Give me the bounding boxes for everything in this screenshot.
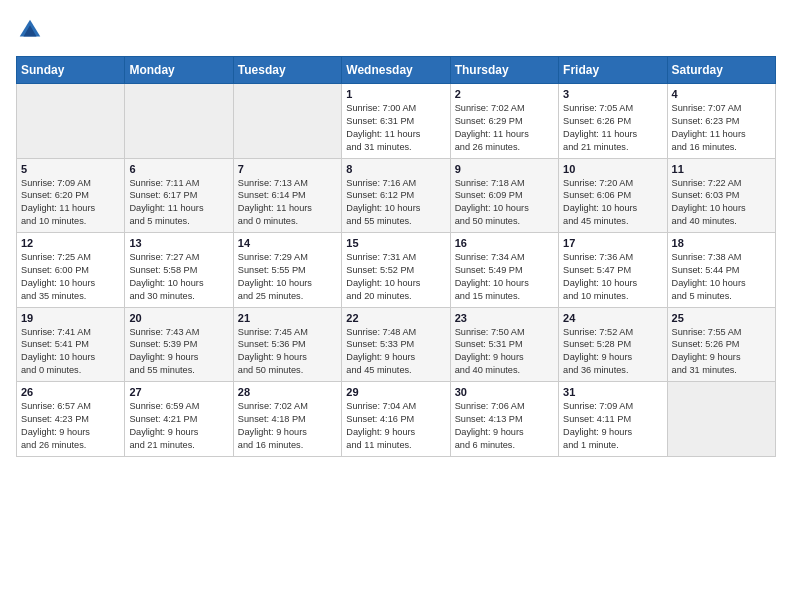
weekday-header-sunday: Sunday: [17, 57, 125, 84]
calendar-cell: 12Sunrise: 7:25 AM Sunset: 6:00 PM Dayli…: [17, 233, 125, 308]
calendar-cell: 15Sunrise: 7:31 AM Sunset: 5:52 PM Dayli…: [342, 233, 450, 308]
calendar-cell: 21Sunrise: 7:45 AM Sunset: 5:36 PM Dayli…: [233, 307, 341, 382]
day-number: 8: [346, 163, 445, 175]
day-info: Sunrise: 7:09 AM Sunset: 4:11 PM Dayligh…: [563, 400, 662, 452]
day-number: 14: [238, 237, 337, 249]
day-number: 10: [563, 163, 662, 175]
day-number: 19: [21, 312, 120, 324]
calendar-cell: 31Sunrise: 7:09 AM Sunset: 4:11 PM Dayli…: [559, 382, 667, 457]
day-info: Sunrise: 7:16 AM Sunset: 6:12 PM Dayligh…: [346, 177, 445, 229]
day-info: Sunrise: 7:13 AM Sunset: 6:14 PM Dayligh…: [238, 177, 337, 229]
calendar-cell: 1Sunrise: 7:00 AM Sunset: 6:31 PM Daylig…: [342, 84, 450, 159]
calendar-cell: 29Sunrise: 7:04 AM Sunset: 4:16 PM Dayli…: [342, 382, 450, 457]
day-number: 22: [346, 312, 445, 324]
day-info: Sunrise: 7:20 AM Sunset: 6:06 PM Dayligh…: [563, 177, 662, 229]
calendar-cell: 20Sunrise: 7:43 AM Sunset: 5:39 PM Dayli…: [125, 307, 233, 382]
calendar-cell: 7Sunrise: 7:13 AM Sunset: 6:14 PM Daylig…: [233, 158, 341, 233]
day-info: Sunrise: 7:55 AM Sunset: 5:26 PM Dayligh…: [672, 326, 771, 378]
day-number: 3: [563, 88, 662, 100]
day-info: Sunrise: 7:05 AM Sunset: 6:26 PM Dayligh…: [563, 102, 662, 154]
day-number: 28: [238, 386, 337, 398]
calendar-cell: 4Sunrise: 7:07 AM Sunset: 6:23 PM Daylig…: [667, 84, 775, 159]
calendar-week-1: 1Sunrise: 7:00 AM Sunset: 6:31 PM Daylig…: [17, 84, 776, 159]
calendar-cell: 28Sunrise: 7:02 AM Sunset: 4:18 PM Dayli…: [233, 382, 341, 457]
day-number: 20: [129, 312, 228, 324]
day-info: Sunrise: 7:25 AM Sunset: 6:00 PM Dayligh…: [21, 251, 120, 303]
day-info: Sunrise: 6:57 AM Sunset: 4:23 PM Dayligh…: [21, 400, 120, 452]
calendar-cell: 25Sunrise: 7:55 AM Sunset: 5:26 PM Dayli…: [667, 307, 775, 382]
day-number: 30: [455, 386, 554, 398]
calendar-week-2: 5Sunrise: 7:09 AM Sunset: 6:20 PM Daylig…: [17, 158, 776, 233]
calendar-cell: 19Sunrise: 7:41 AM Sunset: 5:41 PM Dayli…: [17, 307, 125, 382]
calendar-cell: 26Sunrise: 6:57 AM Sunset: 4:23 PM Dayli…: [17, 382, 125, 457]
calendar-cell: 22Sunrise: 7:48 AM Sunset: 5:33 PM Dayli…: [342, 307, 450, 382]
calendar-body: 1Sunrise: 7:00 AM Sunset: 6:31 PM Daylig…: [17, 84, 776, 457]
calendar-table: SundayMondayTuesdayWednesdayThursdayFrid…: [16, 56, 776, 457]
calendar-cell: 9Sunrise: 7:18 AM Sunset: 6:09 PM Daylig…: [450, 158, 558, 233]
calendar-cell: [17, 84, 125, 159]
weekday-header-thursday: Thursday: [450, 57, 558, 84]
calendar-cell: [667, 382, 775, 457]
day-info: Sunrise: 7:52 AM Sunset: 5:28 PM Dayligh…: [563, 326, 662, 378]
day-info: Sunrise: 7:04 AM Sunset: 4:16 PM Dayligh…: [346, 400, 445, 452]
calendar-cell: 23Sunrise: 7:50 AM Sunset: 5:31 PM Dayli…: [450, 307, 558, 382]
weekday-header-saturday: Saturday: [667, 57, 775, 84]
day-number: 24: [563, 312, 662, 324]
day-info: Sunrise: 7:00 AM Sunset: 6:31 PM Dayligh…: [346, 102, 445, 154]
day-number: 7: [238, 163, 337, 175]
calendar-cell: [233, 84, 341, 159]
calendar-cell: 3Sunrise: 7:05 AM Sunset: 6:26 PM Daylig…: [559, 84, 667, 159]
calendar-header: SundayMondayTuesdayWednesdayThursdayFrid…: [17, 57, 776, 84]
day-number: 27: [129, 386, 228, 398]
day-number: 31: [563, 386, 662, 398]
logo-icon: [16, 16, 44, 44]
day-info: Sunrise: 7:11 AM Sunset: 6:17 PM Dayligh…: [129, 177, 228, 229]
weekday-header-tuesday: Tuesday: [233, 57, 341, 84]
day-number: 17: [563, 237, 662, 249]
day-number: 12: [21, 237, 120, 249]
weekday-header-wednesday: Wednesday: [342, 57, 450, 84]
day-number: 23: [455, 312, 554, 324]
day-info: Sunrise: 7:38 AM Sunset: 5:44 PM Dayligh…: [672, 251, 771, 303]
day-info: Sunrise: 7:48 AM Sunset: 5:33 PM Dayligh…: [346, 326, 445, 378]
day-number: 13: [129, 237, 228, 249]
calendar-cell: 13Sunrise: 7:27 AM Sunset: 5:58 PM Dayli…: [125, 233, 233, 308]
day-number: 4: [672, 88, 771, 100]
calendar-cell: 11Sunrise: 7:22 AM Sunset: 6:03 PM Dayli…: [667, 158, 775, 233]
day-number: 5: [21, 163, 120, 175]
day-info: Sunrise: 7:07 AM Sunset: 6:23 PM Dayligh…: [672, 102, 771, 154]
calendar-week-5: 26Sunrise: 6:57 AM Sunset: 4:23 PM Dayli…: [17, 382, 776, 457]
calendar-cell: 14Sunrise: 7:29 AM Sunset: 5:55 PM Dayli…: [233, 233, 341, 308]
calendar-cell: 16Sunrise: 7:34 AM Sunset: 5:49 PM Dayli…: [450, 233, 558, 308]
weekday-header-monday: Monday: [125, 57, 233, 84]
day-info: Sunrise: 7:34 AM Sunset: 5:49 PM Dayligh…: [455, 251, 554, 303]
day-number: 11: [672, 163, 771, 175]
day-info: Sunrise: 7:02 AM Sunset: 6:29 PM Dayligh…: [455, 102, 554, 154]
calendar-cell: 6Sunrise: 7:11 AM Sunset: 6:17 PM Daylig…: [125, 158, 233, 233]
logo: [16, 16, 48, 44]
day-number: 18: [672, 237, 771, 249]
calendar-cell: 17Sunrise: 7:36 AM Sunset: 5:47 PM Dayli…: [559, 233, 667, 308]
calendar-cell: 18Sunrise: 7:38 AM Sunset: 5:44 PM Dayli…: [667, 233, 775, 308]
calendar-cell: 24Sunrise: 7:52 AM Sunset: 5:28 PM Dayli…: [559, 307, 667, 382]
day-info: Sunrise: 7:31 AM Sunset: 5:52 PM Dayligh…: [346, 251, 445, 303]
day-info: Sunrise: 7:02 AM Sunset: 4:18 PM Dayligh…: [238, 400, 337, 452]
day-info: Sunrise: 7:27 AM Sunset: 5:58 PM Dayligh…: [129, 251, 228, 303]
weekday-header-friday: Friday: [559, 57, 667, 84]
calendar-cell: 27Sunrise: 6:59 AM Sunset: 4:21 PM Dayli…: [125, 382, 233, 457]
page-header: [16, 16, 776, 44]
day-info: Sunrise: 7:43 AM Sunset: 5:39 PM Dayligh…: [129, 326, 228, 378]
day-info: Sunrise: 7:50 AM Sunset: 5:31 PM Dayligh…: [455, 326, 554, 378]
calendar-cell: [125, 84, 233, 159]
day-number: 25: [672, 312, 771, 324]
day-number: 9: [455, 163, 554, 175]
day-number: 1: [346, 88, 445, 100]
calendar-week-4: 19Sunrise: 7:41 AM Sunset: 5:41 PM Dayli…: [17, 307, 776, 382]
day-info: Sunrise: 7:41 AM Sunset: 5:41 PM Dayligh…: [21, 326, 120, 378]
day-number: 6: [129, 163, 228, 175]
calendar-cell: 5Sunrise: 7:09 AM Sunset: 6:20 PM Daylig…: [17, 158, 125, 233]
day-info: Sunrise: 7:06 AM Sunset: 4:13 PM Dayligh…: [455, 400, 554, 452]
weekday-header-row: SundayMondayTuesdayWednesdayThursdayFrid…: [17, 57, 776, 84]
calendar-cell: 30Sunrise: 7:06 AM Sunset: 4:13 PM Dayli…: [450, 382, 558, 457]
day-number: 21: [238, 312, 337, 324]
